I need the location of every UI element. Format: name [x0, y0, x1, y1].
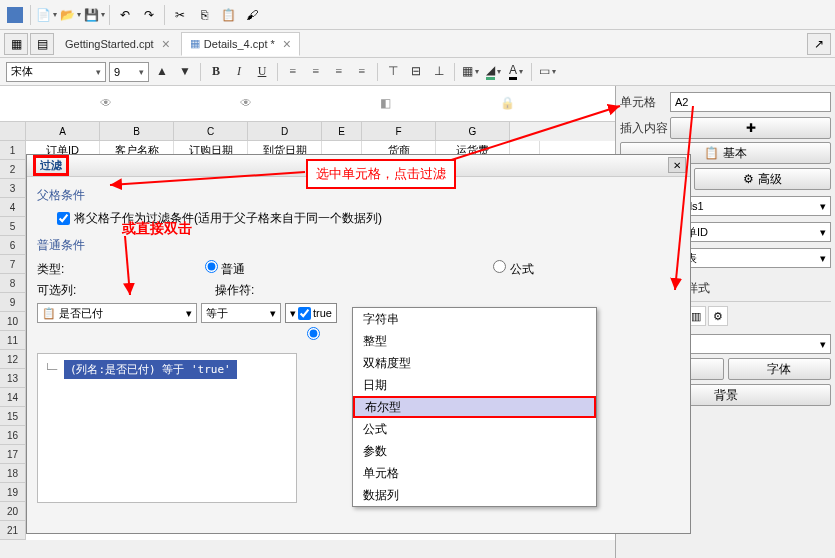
- style-settings-icon[interactable]: ⚙: [708, 306, 728, 326]
- col-header[interactable]: C: [174, 122, 248, 141]
- close-button[interactable]: ✕: [668, 157, 686, 173]
- dataset-select[interactable]: 🗄 ds1▾: [670, 196, 831, 216]
- dropdown-item[interactable]: 公式: [353, 418, 596, 440]
- copy-icon[interactable]: ⎘: [193, 4, 215, 26]
- tab-action-icon[interactable]: ↗: [807, 33, 831, 55]
- row-header[interactable]: 11: [0, 331, 26, 350]
- row-header[interactable]: 13: [0, 369, 26, 388]
- row-header[interactable]: 1: [0, 141, 26, 160]
- underline-button[interactable]: U: [252, 62, 272, 82]
- datasetting-select[interactable]: 列表▾: [670, 248, 831, 268]
- bold-button[interactable]: B: [206, 62, 226, 82]
- row-header[interactable]: 10: [0, 312, 26, 331]
- save-icon[interactable]: 💾: [83, 4, 105, 26]
- radio-inline[interactable]: [307, 327, 320, 343]
- align-right-icon[interactable]: ≡: [329, 62, 349, 82]
- annotation-dblclick: 或直接双击: [122, 220, 192, 238]
- datacol-select[interactable]: 订单ID▾: [670, 222, 831, 242]
- operator-label: 操作符:: [215, 282, 275, 299]
- row-header[interactable]: 16: [0, 426, 26, 445]
- grid-corner[interactable]: [0, 122, 26, 141]
- ruler-icon[interactable]: 👁: [100, 96, 112, 110]
- row-header[interactable]: 6: [0, 236, 26, 255]
- fill-color-icon[interactable]: ◢: [483, 62, 503, 82]
- radio-common[interactable]: 普通: [205, 260, 245, 278]
- tree-item[interactable]: (列名:是否已付) 等于 'true': [64, 360, 237, 379]
- ruler-icon[interactable]: ◧: [380, 96, 391, 110]
- col-header[interactable]: E: [322, 122, 362, 141]
- value-field[interactable]: ▾ true: [285, 303, 337, 323]
- advanced-button[interactable]: ⚙ 高级: [694, 168, 831, 190]
- cut-icon[interactable]: ✂: [169, 4, 191, 26]
- radio-formula[interactable]: 公式: [493, 260, 533, 278]
- row-header[interactable]: 4: [0, 198, 26, 217]
- row-header[interactable]: 2: [0, 160, 26, 179]
- condition-tree[interactable]: └─ (列名:是否已付) 等于 'true': [37, 353, 297, 503]
- align-center-icon[interactable]: ≡: [306, 62, 326, 82]
- align-justify-icon[interactable]: ≡: [352, 62, 372, 82]
- row-header[interactable]: 20: [0, 502, 26, 521]
- file-tab-2[interactable]: ▦ Details_4.cpt * ×: [181, 32, 300, 56]
- tab-bar: ▦ ▤ GettingStarted.cpt × ▦ Details_4.cpt…: [0, 30, 835, 58]
- logo-icon[interactable]: [4, 4, 26, 26]
- new-doc-icon[interactable]: 📄: [35, 4, 57, 26]
- paste-icon[interactable]: 📋: [217, 4, 239, 26]
- valign-top-icon[interactable]: ⊤: [383, 62, 403, 82]
- column-select[interactable]: 📋 是否已付▾: [37, 303, 197, 323]
- file-tab-1[interactable]: GettingStarted.cpt ×: [56, 32, 179, 56]
- col-header[interactable]: D: [248, 122, 322, 141]
- undo-icon[interactable]: ↶: [114, 4, 136, 26]
- size-up-icon[interactable]: ▲: [152, 62, 172, 82]
- dropdown-item[interactable]: 字符串: [353, 308, 596, 330]
- font-color-icon[interactable]: A: [506, 62, 526, 82]
- dropdown-item[interactable]: 双精度型: [353, 352, 596, 374]
- row-header[interactable]: 19: [0, 483, 26, 502]
- row-header[interactable]: 15: [0, 407, 26, 426]
- ruler-icon[interactable]: 🔒: [500, 96, 515, 110]
- dropdown-item[interactable]: 单元格: [353, 462, 596, 484]
- col-header[interactable]: F: [362, 122, 436, 141]
- col-header[interactable]: G: [436, 122, 510, 141]
- parent-checkbox[interactable]: [57, 212, 70, 225]
- row-header[interactable]: 3: [0, 179, 26, 198]
- close-icon[interactable]: ×: [283, 36, 291, 52]
- font-size-select[interactable]: 9 ▾: [109, 62, 149, 82]
- border-icon[interactable]: ▦: [460, 62, 480, 82]
- close-icon[interactable]: ×: [162, 36, 170, 52]
- row-header[interactable]: 5: [0, 217, 26, 236]
- dropdown-item[interactable]: 数据列: [353, 484, 596, 506]
- italic-button[interactable]: I: [229, 62, 249, 82]
- bool-checkbox[interactable]: [298, 307, 311, 320]
- row-header[interactable]: 18: [0, 464, 26, 483]
- tab-layout-icon[interactable]: ▤: [30, 33, 54, 55]
- redo-icon[interactable]: ↷: [138, 4, 160, 26]
- merge-icon[interactable]: ▭: [537, 62, 557, 82]
- col-header[interactable]: B: [100, 122, 174, 141]
- row-header[interactable]: 17: [0, 445, 26, 464]
- brush-icon[interactable]: 🖌: [241, 4, 263, 26]
- col-header[interactable]: A: [26, 122, 100, 141]
- ruler-icon[interactable]: 👁: [240, 96, 252, 110]
- row-header[interactable]: 12: [0, 350, 26, 369]
- tab-grid-icon[interactable]: ▦: [4, 33, 28, 55]
- dropdown-item[interactable]: 日期: [353, 374, 596, 396]
- align-left-icon[interactable]: ≡: [283, 62, 303, 82]
- open-icon[interactable]: 📂: [59, 4, 81, 26]
- row-header[interactable]: 8: [0, 274, 26, 293]
- dropdown-item[interactable]: 参数: [353, 440, 596, 462]
- row-header[interactable]: 14: [0, 388, 26, 407]
- dropdown-item-selected[interactable]: 布尔型: [353, 396, 596, 418]
- valign-bot-icon[interactable]: ⊥: [429, 62, 449, 82]
- valign-mid-icon[interactable]: ⊟: [406, 62, 426, 82]
- font-select[interactable]: 宋体 ▾: [6, 62, 106, 82]
- size-down-icon[interactable]: ▼: [175, 62, 195, 82]
- insert-button[interactable]: ✚: [670, 117, 831, 139]
- dropdown-item[interactable]: 整型: [353, 330, 596, 352]
- row-header[interactable]: 9: [0, 293, 26, 312]
- operator-select[interactable]: 等于▾: [201, 303, 281, 323]
- row-header[interactable]: 21: [0, 521, 26, 540]
- file-tab-label: GettingStarted.cpt: [65, 38, 154, 50]
- row-header[interactable]: 7: [0, 255, 26, 274]
- font-button[interactable]: 字体: [728, 358, 832, 380]
- cell-ref-input[interactable]: A2: [670, 92, 831, 112]
